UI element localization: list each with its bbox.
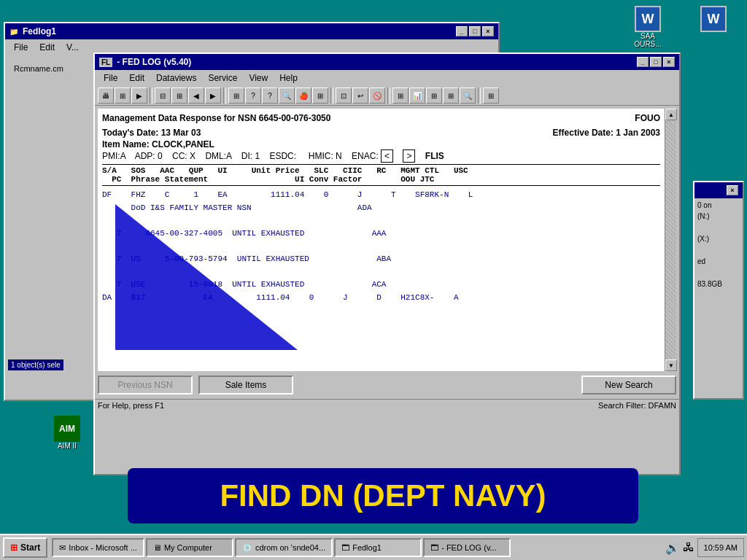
taskbar-item-fedlog1[interactable]: 🗔 Fedlog1 [334,538,422,557]
new-search-button[interactable]: New Search [581,376,676,394]
taskbar-item-inbox[interactable]: ✉ Inbox - Microsoft ... [52,538,144,557]
toolbar-btn-7[interactable]: ▶ [205,88,221,104]
clock-time: 10:59 AM [704,543,738,552]
taskbar-fedlog1-label: Fedlog1 [352,543,382,552]
taskbar-inbox-label: Inbox - Microsoft ... [69,543,137,552]
bg-window-close[interactable]: × [482,26,494,36]
toolbar-btn-2[interactable]: ⊞ [115,88,131,104]
taskbar-item-mycomputer[interactable]: 🖥 My Computer [146,538,233,557]
data-row-3 [102,214,660,228]
data-row-6: 7 US 5-00-793-5794 UNTIL EXHAUSTED ABA [102,253,660,266]
taskbar-item-fedlog-app[interactable]: 🗔 - FED LOG (v... [423,538,511,557]
toolbar-btn-16[interactable]: 🚫 [369,88,385,104]
drive-icon: 💿 [242,543,252,553]
word-icon-1[interactable]: W SAA OURS... [626,6,670,48]
toolbar-btn-4[interactable]: ⊟ [155,88,171,104]
fedlog-menu-dataviews[interactable]: Dataviews [150,71,202,85]
flis-text: FLIS [425,151,444,161]
fedlog-statusbar: For Help, press F1 Search Filter: DFAMN [95,399,679,411]
taskbar-items: ✉ Inbox - Microsoft ... 🖥 My Computer 💿 … [52,538,665,557]
toolbar-btn-11[interactable]: 🔍 [279,88,295,104]
data-row-4: 7 6645-00-327-4005 UNTIL EXHAUSTED AAA [102,228,660,241]
sale-items-button[interactable]: Sale Items [198,376,293,394]
effective-date: Effective Date: 1 Jan 2003 [553,128,660,138]
toolbar-btn-1[interactable]: 🖶 [98,88,114,104]
col-header-line2: PC Phrase Statement UI Conv Factor OOU J… [102,175,660,184]
previous-nsn-button[interactable]: Previous NSN [98,376,193,394]
scroll-thumb[interactable] [665,120,676,359]
small-window-content: 0 on (N:) (X:) ed 83.8GB [694,198,743,381]
toolbar-btn-9[interactable]: ? [245,88,261,104]
small-win-close[interactable]: × [727,185,738,195]
bg-window-title: Fedlog1 [23,26,56,36]
desktop-icon-aimii[interactable]: AIM AIM II [42,416,92,450]
taskbar-clock: 10:59 AM [697,538,744,557]
start-button[interactable]: ⊞ Start [3,537,47,558]
enac-box-left: < [381,149,393,163]
fedlog-minimize[interactable]: _ [637,57,649,67]
scroll-down-btn[interactable]: ▼ [665,359,677,371]
fedlog-scrollbar[interactable]: ▲ ▼ [665,109,676,371]
window-icon-2: 🗔 [430,543,438,552]
status-filter: Search Filter: DFAMN [598,401,676,410]
bg-menu-file[interactable]: File [8,41,34,54]
tray-icon-network: 🖧 [683,541,694,554]
enac-box-right: > [403,149,415,163]
data-row-7 [102,266,660,279]
toolbar-btn-8[interactable]: ⊞ [228,88,244,104]
fedlog-title: - FED LOG (v5.40) [117,57,191,67]
taskbar-cdrom-label: cdrom on 'snde04... [255,543,325,552]
data-row-9: DA B17 EA 1111.04 0 J D H21C8X- A [102,292,660,305]
toolbar-btn-18[interactable]: 📊 [409,88,425,104]
word-icon-2[interactable]: W [692,6,735,32]
toolbar-btn-20[interactable]: ⊞ [443,88,459,104]
fedlog-maximize[interactable]: □ [650,57,662,67]
small-window-titlebar[interactable]: × [694,182,743,198]
toolbar-btn-10[interactable]: ? [262,88,278,104]
bg-window-maximize[interactable]: □ [469,26,481,36]
toolbar-btn-14[interactable]: ⊡ [336,88,352,104]
toolbar-btn-22[interactable]: ⊞ [483,88,499,104]
taskbar-item-cdrom[interactable]: 💿 cdrom on 'snde04... [235,538,333,557]
computer-icon: 🖥 [153,543,161,552]
fedlog-main-content: Management Data Response for NSN 6645-00… [98,109,665,371]
data-row-2: DoD I&S FAMILY MASTER NSN ADA [102,202,660,215]
data-row-8: 7 USE 15-9018 UNTIL EXHAUSTED ACA [102,279,660,292]
fedlog-close[interactable]: × [663,57,675,67]
fedlog-titlebar[interactable]: FL - FED LOG (v5.40) _ □ × [95,54,679,70]
toolbar-btn-21[interactable]: 🔍 [460,88,476,104]
fedlog-menu-edit[interactable]: Edit [123,71,150,85]
data-rows: DF FHZ C 1 EA 1111.04 0 J T SF8RK-N L Do… [102,189,660,304]
taskbar-fedlogapp-label: - FED LOG (v... [441,543,497,552]
toolbar-btn-17[interactable]: ⊞ [392,88,409,104]
bg-status: 1 object(s) sele [8,359,63,370]
fedlog-menu-help[interactable]: Help [274,71,303,85]
bg-window-titlebar[interactable]: 📁 Fedlog1 _ □ × [5,23,498,39]
toolbar-btn-15[interactable]: ↩ [352,88,368,104]
small-window-right: × 0 on (N:) (X:) ed 83.8GB [693,181,744,400]
toolbar-btn-12[interactable]: 🍎 [295,88,311,104]
scroll-up-btn[interactable]: ▲ [665,109,677,120]
toolbar-btn-3[interactable]: ▶ [131,88,147,104]
bg-menu-view[interactable]: V... [61,41,85,54]
fedlog-content-wrapper: Management Data Response for NSN 6645-00… [98,109,676,371]
fedlog-menu-view[interactable]: View [243,71,274,85]
start-label: Start [20,542,40,553]
item-name-row: Item Name: CLOCK,PANEL [102,139,660,149]
toolbar-btn-13[interactable]: ⊞ [312,88,328,104]
todays-date: Today's Date: 13 Mar 03 [102,128,201,138]
bg-window-minimize[interactable]: _ [456,26,468,36]
toolbar-btn-5[interactable]: ⊞ [171,88,187,104]
desktop: W SAA OURS... W list Mstrlist.lst Readme… [0,0,747,560]
col-headers: S/A SOS AAC QUP UI Unit Price SLC CIIC R… [102,164,660,186]
toolbar-btn-19[interactable]: ⊞ [426,88,442,104]
taskbar-mycomputer-label: My Computer [164,543,212,552]
bg-menu-edit[interactable]: Edit [34,41,61,54]
windows-logo: ⊞ [10,542,18,553]
status-help: For Help, press F1 [98,401,164,410]
fedlog-menu-file[interactable]: File [98,71,123,85]
fedlog-menu-service[interactable]: Service [202,71,243,85]
toolbar-btn-6[interactable]: ◀ [188,88,204,104]
fedlog-icon: FL [99,58,112,67]
pmi-row: PMI:A ADP: 0 CC: X DML:A DI: 1 ESDC: HMI… [102,151,660,161]
